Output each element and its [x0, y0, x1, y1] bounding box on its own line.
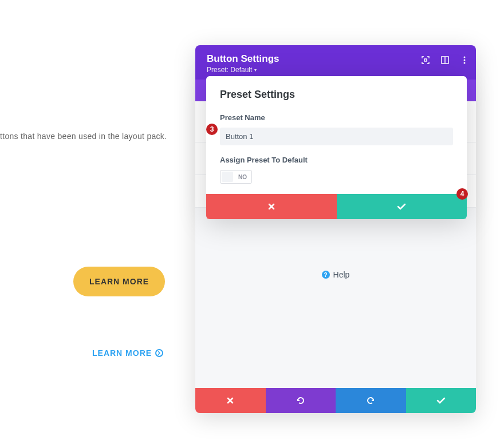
preset-settings-popup: Preset Settings Preset Name Assign Prese… — [206, 76, 467, 219]
toggle-value: NO — [238, 174, 247, 180]
preset-name-label: Preset Name — [220, 113, 453, 122]
learn-more-link-blue[interactable]: LEARN MORE — [92, 348, 163, 358]
check-icon — [397, 203, 406, 210]
page-body-text: ttons that have been used in the layout … — [0, 132, 167, 141]
svg-point-5 — [464, 62, 466, 64]
panel-layout-icon[interactable] — [440, 56, 450, 65]
redo-button[interactable] — [336, 388, 406, 413]
close-icon — [226, 397, 234, 405]
save-button[interactable] — [406, 388, 477, 413]
assign-default-label: Assign Preset To Default — [220, 156, 453, 164]
preset-cancel-button[interactable] — [206, 194, 337, 219]
check-icon — [436, 397, 446, 404]
undo-icon — [296, 396, 305, 405]
preset-dropdown-label: Preset: Default — [207, 66, 252, 74]
undo-button[interactable] — [266, 388, 336, 413]
help-label: Help — [333, 270, 350, 279]
chevron-right-circle-icon — [155, 349, 163, 357]
close-icon — [267, 203, 275, 211]
expand-icon[interactable] — [421, 56, 430, 65]
svg-point-4 — [464, 60, 466, 61]
annotation-badge-3: 3 — [206, 124, 218, 135]
preset-popup-footer — [206, 194, 467, 219]
assign-default-toggle[interactable]: NO — [220, 170, 252, 184]
redo-icon — [366, 396, 375, 405]
help-link[interactable]: ? Help — [195, 270, 476, 279]
learn-more-link-label: LEARN MORE — [92, 348, 152, 358]
learn-more-button-yellow[interactable]: LEARN MORE — [73, 267, 165, 296]
modal-header: Button Settings Preset: Default ▾ — [195, 45, 476, 80]
modal-footer — [195, 388, 476, 413]
toggle-knob — [222, 172, 233, 182]
more-vertical-icon[interactable] — [460, 56, 469, 65]
annotation-badge-4: 4 — [456, 188, 468, 200]
chevron-down-icon: ▾ — [254, 68, 257, 73]
preset-popup-title: Preset Settings — [220, 89, 453, 101]
svg-point-3 — [464, 57, 466, 58]
svg-rect-0 — [424, 59, 427, 61]
preset-name-input[interactable] — [220, 128, 453, 145]
preset-confirm-button[interactable] — [337, 194, 467, 219]
help-icon: ? — [322, 271, 330, 279]
preset-dropdown[interactable]: Preset: Default ▾ — [207, 66, 464, 74]
cancel-button[interactable] — [195, 388, 266, 413]
